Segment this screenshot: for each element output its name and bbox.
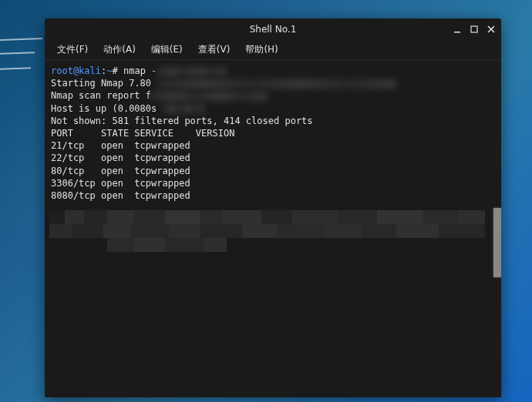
port-line: 22/tcp open tcpwrapped [51,152,495,164]
menu-help[interactable]: 帮助(H) [239,41,284,59]
minimize-icon [453,25,462,34]
menubar: 文件(F) 动作(A) 编辑(E) 查看(V) 帮助(H) [45,40,501,60]
maximize-button[interactable] [469,24,480,35]
menu-view[interactable]: 查看(V) [192,41,237,59]
output-line: Starting Nmap 7.80 [51,77,495,89]
menu-action[interactable]: 动作(A) [97,41,142,59]
window-title: Shell No.1 [250,24,297,35]
titlebar[interactable]: Shell No.1 [45,18,501,40]
window-controls [452,24,497,35]
terminal-window: Shell No.1 文件(F) 动作(A) 编辑(E) 查看(V) 帮助(H)… [45,18,501,397]
port-line: 21/tcp open tcpwrapped [51,139,495,152]
redacted-region [151,92,267,101]
port-line: 80/tcp open tcpwrapped [51,165,495,177]
desktop-decoration [0,31,46,92]
menu-file[interactable]: 文件(F) [51,41,94,59]
redacted-region [157,67,226,76]
redacted-region [163,104,205,113]
maximize-icon [470,25,479,34]
table-header: PORT STATE SERVICE VERSION [51,127,495,139]
output-line: Host is up (0.0080s [51,102,495,115]
close-icon [487,25,496,34]
svg-rect-1 [471,26,477,32]
prompt-line: root@kali:~# nmap - [51,65,495,77]
terminal-body[interactable]: root@kali:~# nmap - Starting Nmap 7.80 N… [45,60,501,397]
output-line: Nmap scan report f [51,89,495,102]
close-button[interactable] [486,24,497,35]
port-line: 8080/tcp open tcpwrapped [51,189,495,202]
redacted-region [157,79,396,89]
redacted-block [49,210,485,256]
svg-rect-0 [454,32,460,33]
port-line: 3306/tcp open tcpwrapped [51,177,495,189]
prompt-user: root@kali [51,65,101,76]
prompt-path: ~ [106,65,112,76]
minimize-button[interactable] [452,24,463,35]
output-line: Not shown: 581 filtered ports, 414 close… [51,115,495,127]
scrollbar-thumb[interactable] [493,208,501,277]
command-text: nmap - [123,65,157,76]
menu-edit[interactable]: 编辑(E) [145,41,189,59]
